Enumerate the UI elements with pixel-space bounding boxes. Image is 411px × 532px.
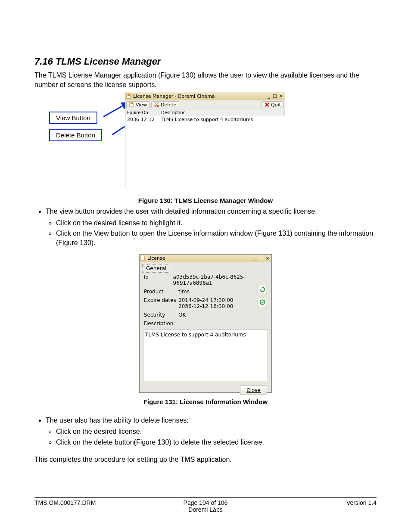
callout-view-button: View Button bbox=[49, 112, 97, 124]
svg-rect-2 bbox=[127, 93, 130, 98]
window-titlebar: License Manager - Doremi Cinema _ □ × bbox=[125, 92, 285, 100]
document-icon bbox=[129, 102, 134, 107]
figure-131-caption: Figure 131: License Information Window bbox=[34, 398, 377, 405]
shield-check-icon[interactable] bbox=[258, 298, 267, 307]
license-info-window: License _ □ × General Ida03d539c-2ba7-4b… bbox=[139, 254, 272, 393]
quit-button-label: Quit bbox=[271, 102, 281, 108]
col-expire[interactable]: Expire On bbox=[125, 109, 159, 116]
bullet-delete-info: The user also has the ability to delete … bbox=[46, 416, 377, 425]
label-id: Id bbox=[144, 274, 173, 286]
close-x-icon bbox=[265, 102, 270, 107]
svg-rect-6 bbox=[131, 103, 133, 104]
window-title: License Manager - Doremi Cinema bbox=[133, 93, 215, 99]
label-description: Description: bbox=[144, 320, 178, 327]
bullet-view-step1: Click on the desired license to highligh… bbox=[56, 218, 377, 228]
svg-rect-5 bbox=[130, 103, 133, 107]
app-icon bbox=[140, 256, 146, 261]
figure-130-caption: Figure 130: TLMS License Manager Window bbox=[34, 197, 377, 204]
close-window-button[interactable]: × bbox=[278, 93, 284, 99]
view-button-label: View bbox=[136, 102, 147, 108]
svg-rect-3 bbox=[128, 94, 130, 95]
value-product: tlms bbox=[178, 289, 190, 295]
description-box: TLMS License to support 4 auditoriums bbox=[143, 330, 268, 381]
footer-page: Page 104 of 106 bbox=[184, 499, 228, 506]
value-expire-2: 2036-12-12 16:00:00 bbox=[178, 303, 233, 309]
svg-line-9 bbox=[156, 103, 159, 106]
license-manager-window: License Manager - Doremi Cinema _ □ × Vi… bbox=[125, 92, 285, 187]
close-button-label: Close bbox=[246, 387, 261, 393]
intro-paragraph: The TLMS License Manager application (Fi… bbox=[34, 71, 377, 89]
label-security: Security bbox=[144, 312, 178, 318]
refresh-icon[interactable] bbox=[258, 285, 267, 294]
cell-expire: 2036-12-12 bbox=[125, 116, 159, 123]
window-titlebar: License _ □ × bbox=[140, 255, 271, 262]
label-product: Product bbox=[144, 289, 178, 295]
quit-button[interactable]: Quit bbox=[262, 101, 284, 108]
callout-delete-button: Delete Button bbox=[49, 129, 102, 141]
bullet-view-info: The view button provides the user with d… bbox=[46, 207, 377, 216]
bullet-view-step2: Click on the View button to open the Lic… bbox=[56, 229, 377, 248]
app-icon bbox=[126, 93, 131, 99]
cell-description: TLMS License to support 4 auditoriums bbox=[159, 116, 285, 123]
delete-button-label: Delete bbox=[161, 102, 176, 108]
window-title: License bbox=[147, 255, 165, 261]
footer-company: Doremi Labs bbox=[188, 506, 222, 513]
close-window-button[interactable]: × bbox=[265, 256, 271, 261]
close-button[interactable]: Close bbox=[240, 386, 267, 395]
delete-button[interactable]: Delete bbox=[151, 101, 179, 108]
tab-general[interactable]: General bbox=[142, 264, 170, 273]
minimize-button[interactable]: _ bbox=[252, 256, 258, 261]
value-id: a03d539c-2ba7-4b6c-8625-96917a6898a1 bbox=[173, 274, 267, 286]
svg-rect-4 bbox=[128, 95, 130, 96]
svg-line-10 bbox=[155, 103, 158, 106]
label-expire: Expire dates bbox=[144, 297, 178, 309]
minimize-button[interactable]: _ bbox=[266, 93, 272, 99]
value-expire-1: 2014-09-24 17:00:00 bbox=[178, 297, 233, 303]
col-description[interactable]: Description bbox=[159, 109, 285, 116]
svg-rect-13 bbox=[141, 256, 144, 261]
bullet-delete-step2: Click on the delete button(Figure 130) t… bbox=[56, 438, 377, 447]
maximize-button[interactable]: □ bbox=[272, 93, 278, 99]
table-header: Expire On Description bbox=[125, 109, 285, 116]
maximize-button[interactable]: □ bbox=[258, 256, 265, 261]
value-security: OK bbox=[178, 312, 186, 318]
section-heading: 7.16 TLMS License Manager bbox=[34, 56, 377, 67]
outro-paragraph: This completes the procedure for setting… bbox=[34, 455, 377, 464]
page-footer: TMS.OM.000177.DRM Page 104 of 106 Doremi… bbox=[34, 497, 377, 506]
view-button[interactable]: View bbox=[126, 101, 150, 108]
table-row[interactable]: 2036-12-12 TLMS License to support 4 aud… bbox=[125, 116, 285, 123]
scissors-icon bbox=[154, 102, 159, 107]
bullet-delete-step1: Click on the desired license. bbox=[56, 427, 377, 436]
window-toolbar: View Delete Quit bbox=[125, 100, 285, 109]
